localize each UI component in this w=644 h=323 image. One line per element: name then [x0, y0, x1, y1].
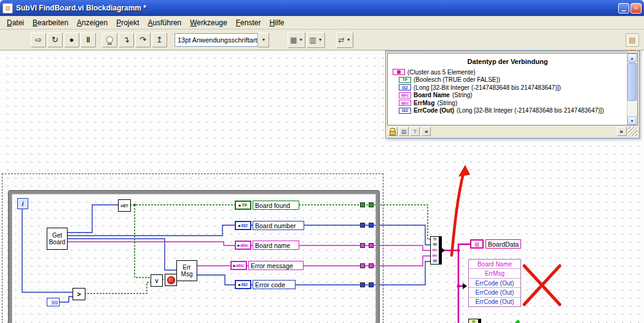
err-msg-subvi[interactable]: Err Msg: [176, 260, 197, 281]
cluster-list[interactable]: Board NameErrMsgErrCode (Out)ErrCode (Ou…: [468, 259, 521, 307]
error-message-label[interactable]: Error message: [248, 261, 304, 270]
greater-than-node[interactable]: >: [73, 288, 85, 300]
lock-help-button[interactable]: [388, 127, 398, 136]
font-selector-value[interactable]: 13pt Anwendungsschriftart: [175, 33, 258, 47]
tunnel-boolean[interactable]: [369, 202, 374, 207]
menu-item-datei[interactable]: Datei: [2, 17, 28, 28]
annotation-red-cross: [524, 266, 560, 305]
menu-item-anzeigen[interactable]: Anzeigen: [73, 17, 112, 28]
boarddata-terminal[interactable]: ▦: [470, 239, 484, 249]
bundle-row: I32: [431, 242, 439, 248]
scroll-up-button[interactable]: ▲: [627, 54, 637, 62]
font-dropdown-arrow-icon[interactable]: ▼: [258, 33, 269, 47]
cluster-list-row[interactable]: ErrCode (Out): [469, 279, 520, 288]
wire-junction-dot: [457, 285, 460, 288]
scroll-down-button[interactable]: ▼: [627, 116, 637, 125]
board-number-label[interactable]: Board number: [253, 221, 304, 230]
run-continuous-button[interactable]: ↻: [47, 33, 63, 47]
element-desc: (String): [452, 92, 473, 98]
board-number-terminal[interactable]: ▸ I32: [235, 221, 251, 230]
run-continuous-icon: ↻: [52, 36, 58, 44]
tunnel-string[interactable]: [369, 263, 374, 268]
menu-item-fenster[interactable]: Fenster: [232, 17, 265, 28]
get-board-subvi[interactable]: Get Board: [47, 228, 68, 250]
cluster-list-row[interactable]: Board Name: [469, 260, 520, 269]
element-name: ErrMsg: [414, 100, 434, 106]
scroll-right-button[interactable]: ▶: [617, 127, 627, 136]
window-titlebar[interactable]: ▥ SubVI FindBoard.vi Blockdiagramm * ▁ ×: [0, 0, 644, 16]
chevron-down-icon: ▼: [299, 38, 303, 42]
error-code-label[interactable]: Error code: [253, 280, 296, 289]
step-over-icon: ↷: [139, 36, 146, 44]
or-function-node[interactable]: ∨: [151, 274, 163, 287]
equal-to-zero-node[interactable]: =0?: [118, 199, 131, 212]
highlight-execution-button[interactable]: [102, 33, 117, 47]
type-label: abc: [236, 263, 244, 268]
menu-item-bearbeiten[interactable]: Bearbeiten: [28, 17, 73, 28]
bundle-output-arrow-icon: [440, 247, 445, 254]
scroll-left-button[interactable]: ◀: [421, 127, 431, 136]
tunnel-int[interactable]: [360, 282, 365, 287]
context-help-window[interactable]: Kontexthilfe × Datentyp der Verbindung ▦…: [385, 42, 640, 138]
wire-bundle-to-boarddata[interactable]: [444, 244, 470, 250]
board-name-label[interactable]: Board name: [253, 241, 299, 250]
chevron-down-icon: ▼: [318, 38, 323, 42]
distribute-objects-dropdown[interactable]: ▥ ▼: [307, 32, 324, 48]
help-button[interactable]: ?: [410, 127, 420, 136]
while-loop[interactable]: [9, 191, 379, 323]
vertical-scrollbar[interactable]: ▲ ▼: [627, 54, 637, 125]
abort-button[interactable]: ●: [64, 33, 79, 47]
bundle-rows: TFI32abcabcI32: [469, 319, 478, 323]
output-arrow-icon: ▸: [239, 203, 242, 208]
menu-item-hilfe[interactable]: Hilfe: [265, 17, 288, 28]
iteration-terminal[interactable]: i: [17, 198, 28, 209]
tunnel-boolean[interactable]: [360, 202, 365, 207]
board-found-terminal[interactable]: ▸ TF: [235, 201, 251, 210]
align-objects-dropdown[interactable]: ▦ ▼: [288, 32, 305, 48]
output-arrow-icon: ▸: [234, 263, 236, 268]
menu-item-projekt[interactable]: Projekt: [112, 17, 143, 28]
context-help-entries: ▦(Cluster aus 5 Elemente)TF(Boolesch (TR…: [388, 68, 627, 114]
tunnel-string[interactable]: [369, 243, 374, 248]
step-into-button[interactable]: ↴: [119, 33, 134, 47]
tunnel-string[interactable]: [360, 243, 365, 248]
tunnel-int[interactable]: [369, 282, 374, 287]
board-name-terminal[interactable]: ▸ abc: [235, 241, 251, 250]
step-into-icon: ↴: [123, 36, 130, 44]
int-type-icon: I32: [399, 108, 411, 114]
type-label: TF: [242, 202, 247, 208]
align-objects-icon: ▦: [290, 36, 297, 44]
tunnel-int[interactable]: [369, 223, 374, 228]
step-over-button[interactable]: ↷: [135, 33, 151, 47]
close-button[interactable]: ×: [630, 3, 642, 14]
step-out-button[interactable]: ↥: [152, 33, 167, 47]
error-message-terminal[interactable]: ▸ abc: [230, 261, 247, 270]
loop-condition-terminal[interactable]: [165, 274, 177, 286]
reorder-objects-dropdown[interactable]: ⇄ ▼: [336, 32, 353, 48]
cluster-list-row[interactable]: ErrMsg: [469, 269, 520, 278]
bundle-node-2[interactable]: TFI32abcabcI32: [468, 319, 481, 323]
err-msg-line2: Msg: [181, 271, 193, 277]
resize-grip[interactable]: [628, 127, 637, 136]
scrollbar-thumb[interactable]: [627, 63, 637, 101]
menu-item-werkzeuge[interactable]: Werkzeuge: [186, 17, 231, 28]
detailed-help-button[interactable]: ▤: [399, 127, 409, 136]
step-out-icon: ↥: [156, 36, 163, 44]
output-arrow-icon: ▸: [238, 223, 241, 228]
cluster-list-row[interactable]: ErrCode (Out): [469, 298, 520, 306]
minimize-button[interactable]: ▁: [618, 3, 629, 14]
help-icon: ?: [413, 129, 416, 135]
run-button[interactable]: ⇨: [31, 33, 46, 47]
boarddata-label[interactable]: BoardData: [485, 239, 521, 249]
boolean-type-icon: TF: [399, 77, 411, 83]
board-found-label[interactable]: Board found: [253, 201, 299, 210]
tunnel-int[interactable]: [360, 223, 365, 228]
font-selector[interactable]: 13pt Anwendungsschriftart ▼: [175, 33, 269, 47]
cluster-list-row[interactable]: ErrCode (Out): [469, 288, 520, 297]
menu-item-ausfhren[interactable]: Ausführen: [144, 17, 186, 28]
toolbar-right-button[interactable]: ▤: [626, 33, 639, 47]
pause-button[interactable]: ‖: [80, 33, 96, 47]
tunnel-string[interactable]: [360, 263, 365, 268]
error-code-terminal[interactable]: ▸ I32: [235, 280, 251, 289]
constant-99[interactable]: 99: [47, 298, 60, 306]
